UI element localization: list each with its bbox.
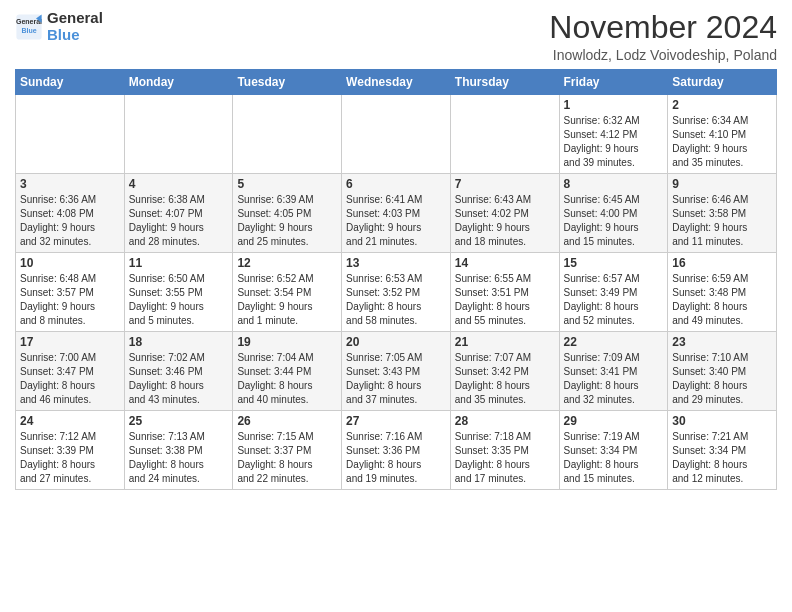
calendar-cell: 25Sunrise: 7:13 AM Sunset: 3:38 PM Dayli… (124, 411, 233, 490)
day-number: 16 (672, 256, 772, 270)
day-number: 25 (129, 414, 229, 428)
subtitle: Inowlodz, Lodz Voivodeship, Poland (549, 47, 777, 63)
day-number: 17 (20, 335, 120, 349)
col-header-sunday: Sunday (16, 70, 125, 95)
day-info: Sunrise: 7:05 AM Sunset: 3:43 PM Dayligh… (346, 351, 446, 407)
calendar-cell (124, 95, 233, 174)
col-header-wednesday: Wednesday (342, 70, 451, 95)
day-number: 2 (672, 98, 772, 112)
calendar-cell: 17Sunrise: 7:00 AM Sunset: 3:47 PM Dayli… (16, 332, 125, 411)
day-number: 18 (129, 335, 229, 349)
month-title: November 2024 (549, 10, 777, 45)
calendar-cell (342, 95, 451, 174)
day-info: Sunrise: 7:00 AM Sunset: 3:47 PM Dayligh… (20, 351, 120, 407)
day-info: Sunrise: 7:09 AM Sunset: 3:41 PM Dayligh… (564, 351, 664, 407)
day-info: Sunrise: 7:18 AM Sunset: 3:35 PM Dayligh… (455, 430, 555, 486)
calendar-cell (16, 95, 125, 174)
day-number: 29 (564, 414, 664, 428)
day-number: 14 (455, 256, 555, 270)
day-number: 21 (455, 335, 555, 349)
calendar-cell: 14Sunrise: 6:55 AM Sunset: 3:51 PM Dayli… (450, 253, 559, 332)
calendar-cell: 19Sunrise: 7:04 AM Sunset: 3:44 PM Dayli… (233, 332, 342, 411)
svg-text:Blue: Blue (21, 26, 36, 33)
week-row-2: 10Sunrise: 6:48 AM Sunset: 3:57 PM Dayli… (16, 253, 777, 332)
day-number: 12 (237, 256, 337, 270)
day-number: 19 (237, 335, 337, 349)
calendar-cell: 21Sunrise: 7:07 AM Sunset: 3:42 PM Dayli… (450, 332, 559, 411)
day-info: Sunrise: 7:16 AM Sunset: 3:36 PM Dayligh… (346, 430, 446, 486)
day-info: Sunrise: 6:50 AM Sunset: 3:55 PM Dayligh… (129, 272, 229, 328)
day-number: 27 (346, 414, 446, 428)
week-row-3: 17Sunrise: 7:00 AM Sunset: 3:47 PM Dayli… (16, 332, 777, 411)
calendar-cell: 23Sunrise: 7:10 AM Sunset: 3:40 PM Dayli… (668, 332, 777, 411)
day-number: 7 (455, 177, 555, 191)
day-info: Sunrise: 7:12 AM Sunset: 3:39 PM Dayligh… (20, 430, 120, 486)
day-info: Sunrise: 6:57 AM Sunset: 3:49 PM Dayligh… (564, 272, 664, 328)
day-number: 30 (672, 414, 772, 428)
calendar-cell: 5Sunrise: 6:39 AM Sunset: 4:05 PM Daylig… (233, 174, 342, 253)
day-info: Sunrise: 6:45 AM Sunset: 4:00 PM Dayligh… (564, 193, 664, 249)
day-info: Sunrise: 6:43 AM Sunset: 4:02 PM Dayligh… (455, 193, 555, 249)
calendar-cell (233, 95, 342, 174)
calendar-cell: 7Sunrise: 6:43 AM Sunset: 4:02 PM Daylig… (450, 174, 559, 253)
day-number: 20 (346, 335, 446, 349)
day-number: 6 (346, 177, 446, 191)
day-info: Sunrise: 6:52 AM Sunset: 3:54 PM Dayligh… (237, 272, 337, 328)
logo: General Blue General Blue (15, 10, 103, 43)
day-number: 4 (129, 177, 229, 191)
calendar-cell: 28Sunrise: 7:18 AM Sunset: 3:35 PM Dayli… (450, 411, 559, 490)
day-info: Sunrise: 6:39 AM Sunset: 4:05 PM Dayligh… (237, 193, 337, 249)
day-info: Sunrise: 7:15 AM Sunset: 3:37 PM Dayligh… (237, 430, 337, 486)
day-number: 23 (672, 335, 772, 349)
day-info: Sunrise: 6:41 AM Sunset: 4:03 PM Dayligh… (346, 193, 446, 249)
calendar-cell (450, 95, 559, 174)
day-info: Sunrise: 6:46 AM Sunset: 3:58 PM Dayligh… (672, 193, 772, 249)
week-row-0: 1Sunrise: 6:32 AM Sunset: 4:12 PM Daylig… (16, 95, 777, 174)
logo-text-general: General (47, 10, 103, 27)
calendar-cell: 6Sunrise: 6:41 AM Sunset: 4:03 PM Daylig… (342, 174, 451, 253)
calendar-cell: 24Sunrise: 7:12 AM Sunset: 3:39 PM Dayli… (16, 411, 125, 490)
calendar-cell: 29Sunrise: 7:19 AM Sunset: 3:34 PM Dayli… (559, 411, 668, 490)
week-row-4: 24Sunrise: 7:12 AM Sunset: 3:39 PM Dayli… (16, 411, 777, 490)
logo-text-blue: Blue (47, 27, 103, 44)
col-header-tuesday: Tuesday (233, 70, 342, 95)
day-number: 13 (346, 256, 446, 270)
calendar-cell: 15Sunrise: 6:57 AM Sunset: 3:49 PM Dayli… (559, 253, 668, 332)
day-info: Sunrise: 7:13 AM Sunset: 3:38 PM Dayligh… (129, 430, 229, 486)
title-block: November 2024 Inowlodz, Lodz Voivodeship… (549, 10, 777, 63)
day-info: Sunrise: 7:04 AM Sunset: 3:44 PM Dayligh… (237, 351, 337, 407)
calendar-cell: 16Sunrise: 6:59 AM Sunset: 3:48 PM Dayli… (668, 253, 777, 332)
day-number: 5 (237, 177, 337, 191)
calendar-cell: 12Sunrise: 6:52 AM Sunset: 3:54 PM Dayli… (233, 253, 342, 332)
calendar-cell: 9Sunrise: 6:46 AM Sunset: 3:58 PM Daylig… (668, 174, 777, 253)
calendar-cell: 22Sunrise: 7:09 AM Sunset: 3:41 PM Dayli… (559, 332, 668, 411)
calendar-cell: 1Sunrise: 6:32 AM Sunset: 4:12 PM Daylig… (559, 95, 668, 174)
week-row-1: 3Sunrise: 6:36 AM Sunset: 4:08 PM Daylig… (16, 174, 777, 253)
col-header-thursday: Thursday (450, 70, 559, 95)
calendar-cell: 30Sunrise: 7:21 AM Sunset: 3:34 PM Dayli… (668, 411, 777, 490)
col-header-monday: Monday (124, 70, 233, 95)
day-info: Sunrise: 6:34 AM Sunset: 4:10 PM Dayligh… (672, 114, 772, 170)
calendar-cell: 20Sunrise: 7:05 AM Sunset: 3:43 PM Dayli… (342, 332, 451, 411)
calendar-cell: 11Sunrise: 6:50 AM Sunset: 3:55 PM Dayli… (124, 253, 233, 332)
day-number: 22 (564, 335, 664, 349)
calendar-cell: 18Sunrise: 7:02 AM Sunset: 3:46 PM Dayli… (124, 332, 233, 411)
calendar-cell: 10Sunrise: 6:48 AM Sunset: 3:57 PM Dayli… (16, 253, 125, 332)
day-info: Sunrise: 7:10 AM Sunset: 3:40 PM Dayligh… (672, 351, 772, 407)
day-info: Sunrise: 6:59 AM Sunset: 3:48 PM Dayligh… (672, 272, 772, 328)
logo-icon: General Blue (15, 13, 43, 41)
calendar-cell: 26Sunrise: 7:15 AM Sunset: 3:37 PM Dayli… (233, 411, 342, 490)
header-row: SundayMondayTuesdayWednesdayThursdayFrid… (16, 70, 777, 95)
day-info: Sunrise: 6:36 AM Sunset: 4:08 PM Dayligh… (20, 193, 120, 249)
header: General Blue General Blue November 2024 … (15, 10, 777, 63)
day-number: 26 (237, 414, 337, 428)
day-info: Sunrise: 7:19 AM Sunset: 3:34 PM Dayligh… (564, 430, 664, 486)
day-info: Sunrise: 6:38 AM Sunset: 4:07 PM Dayligh… (129, 193, 229, 249)
day-info: Sunrise: 7:02 AM Sunset: 3:46 PM Dayligh… (129, 351, 229, 407)
day-number: 1 (564, 98, 664, 112)
day-number: 10 (20, 256, 120, 270)
day-number: 28 (455, 414, 555, 428)
day-info: Sunrise: 7:21 AM Sunset: 3:34 PM Dayligh… (672, 430, 772, 486)
col-header-saturday: Saturday (668, 70, 777, 95)
calendar-cell: 2Sunrise: 6:34 AM Sunset: 4:10 PM Daylig… (668, 95, 777, 174)
